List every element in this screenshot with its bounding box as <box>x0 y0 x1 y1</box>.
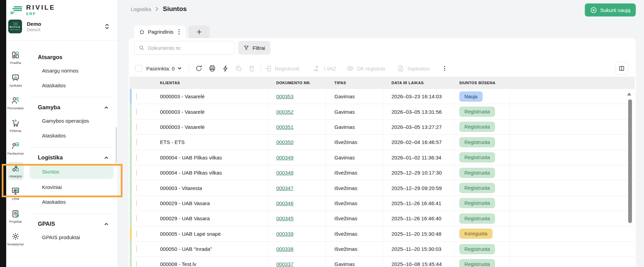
document-link[interactable]: 000347 <box>276 185 293 191</box>
col-klientas[interactable]: KLIENTAS <box>157 81 268 85</box>
table-row[interactable]: 000008 - Test.lv000337Gavimas2025–10–08 … <box>130 257 635 267</box>
row-checkbox[interactable] <box>136 109 137 115</box>
row-checkbox[interactable] <box>136 93 137 100</box>
menu-item-siuntos[interactable]: Siuntos <box>30 164 114 179</box>
select-all-checkbox[interactable] <box>135 65 142 72</box>
table-row[interactable]: 000005 - UAB Lapė snapė000339Išvežimas20… <box>130 226 635 242</box>
chevron-up-icon[interactable] <box>104 105 109 110</box>
menu-item-gpais-produktai[interactable]: GPAIS produktai <box>25 230 118 245</box>
i-vaz-button[interactable]: XMLi.VAZ <box>313 65 336 72</box>
document-link[interactable]: 000337 <box>276 261 293 267</box>
row-checkbox[interactable] <box>136 231 137 237</box>
table-row[interactable]: 000004 - UAB Pilkas vilkas000349Gavimas2… <box>130 150 635 165</box>
rail-item-pardavimai[interactable]: Pardavimai <box>7 139 24 157</box>
filters-button[interactable]: Filtrai <box>238 41 270 55</box>
table-row[interactable]: 000029 - UAB Vasara000345Išvežimas2025–1… <box>130 211 635 226</box>
document-link[interactable]: 000352 <box>276 109 293 115</box>
document-link[interactable]: 000339 <box>276 231 293 237</box>
rail-item-crm[interactable]: CRM <box>7 185 24 203</box>
table-row[interactable]: 000029 - UAB Vasara000346Išvežimas2025–1… <box>130 196 635 211</box>
status-strip <box>130 89 132 104</box>
section-title-gpais[interactable]: GPAIS <box>25 218 118 230</box>
delete-button[interactable] <box>248 65 255 72</box>
document-link[interactable]: 000348 <box>276 170 293 176</box>
svg-text:XML: XML <box>314 69 319 71</box>
quick-action-button[interactable] <box>222 65 229 72</box>
table-row[interactable]: 0000003 - Vasarelė000353Gavimas2026–03–2… <box>130 89 635 104</box>
document-link[interactable]: 000353 <box>276 93 293 99</box>
row-checkbox[interactable] <box>136 124 137 130</box>
row-checkbox[interactable] <box>136 215 137 222</box>
row-checkbox[interactable] <box>136 169 137 176</box>
cell-dokumento-nr: 000338 <box>268 242 326 256</box>
dk-registras-button[interactable]: DK registras <box>346 65 386 72</box>
tab-pagrindinis[interactable]: Pagrindinis <box>134 25 186 38</box>
tab-menu-icon[interactable] <box>176 28 182 35</box>
section-title-atsargos: Atsargos <box>25 51 118 63</box>
document-link[interactable]: 000345 <box>276 215 293 221</box>
workspace-name: Demo <box>27 21 105 27</box>
row-checkbox[interactable] <box>136 261 137 267</box>
add-tab-button[interactable] <box>189 25 210 38</box>
table-row[interactable]: 0000003 - Vasarelė000352Gavimas2026–03–0… <box>130 104 635 119</box>
registruoti-button[interactable]: Registruoti <box>265 65 300 72</box>
rail-item-nustatymai[interactable]: Nustatymai <box>7 230 24 248</box>
cell-data-ir-laikas: 2025–10–08 15:45:44 <box>383 257 455 267</box>
column-settings-button[interactable] <box>615 62 628 75</box>
document-link[interactable]: 000350 <box>276 139 293 145</box>
col-siuntos-busena[interactable]: SIUNTOS BŪSENA <box>455 81 510 85</box>
selection-dropdown-icon[interactable] <box>177 66 182 71</box>
workspace-switch-icon[interactable] <box>105 23 109 30</box>
section-title-logistika[interactable]: Logistika <box>25 152 118 164</box>
row-checkbox[interactable] <box>136 154 137 161</box>
menu-item-ataskaitos[interactable]: Ataskaitos <box>25 194 118 209</box>
cell-siuntos-busena: Koreguota <box>455 226 510 241</box>
shapes-icon <box>11 164 20 173</box>
table-row[interactable]: 000050 - UAB “Inrada”000338Išvežimas2025… <box>130 242 635 257</box>
table-row[interactable]: 0000003 - Vasarelė000351Gavimas2026–03–0… <box>130 120 635 135</box>
table-scrollbar[interactable] <box>628 99 632 223</box>
rail-item-prad-ia[interactable]: Pradžia <box>7 48 24 67</box>
scroll-up-arrow[interactable] <box>627 92 631 96</box>
menu-item-kroviniai[interactable]: Kroviniai <box>25 180 118 194</box>
chevron-up-icon[interactable] <box>104 155 109 160</box>
col-tipas[interactable]: TIPAS <box>326 81 383 85</box>
col-dokumento-nr[interactable]: DOKUMENTO NR. <box>268 81 326 85</box>
table-row[interactable]: 000004 - UAB Pilkas vilkas000348Išvežima… <box>130 165 635 180</box>
copy-button[interactable] <box>235 65 242 72</box>
menu-item-gamybos-operacijos[interactable]: Gamybos operacijos <box>25 113 118 128</box>
dashboard-icon <box>11 51 20 59</box>
table-row[interactable]: 000003 - Vitaresta000347Išvežimas2025–12… <box>130 180 635 196</box>
document-link[interactable]: 000349 <box>276 155 293 160</box>
search-input[interactable] <box>147 45 230 51</box>
row-checkbox[interactable] <box>136 246 137 252</box>
menu-item-atsarg-normos[interactable]: Atsargų normos <box>25 63 118 78</box>
row-checkbox[interactable] <box>136 200 137 207</box>
section-title-gamyba[interactable]: Gamyba <box>25 101 118 113</box>
row-checkbox[interactable] <box>136 185 137 191</box>
document-link[interactable]: 000351 <box>276 124 293 130</box>
status-badge: Registruota <box>459 259 495 267</box>
rail-item-personalas[interactable]: Personalas <box>7 94 24 112</box>
s-skaitos-button[interactable]: Sąskaitos <box>397 65 430 72</box>
menu-item-ataskaitos[interactable]: Ataskaitos <box>25 128 118 143</box>
document-link[interactable]: 000338 <box>276 246 293 252</box>
sidebar-scrollbar[interactable] <box>116 127 117 163</box>
rail-item-pirkimai[interactable]: Pirkimai <box>7 116 24 135</box>
workspace-selector[interactable]: RIVILE ERP demo Demo DemoX <box>8 20 114 33</box>
document-link[interactable]: 000346 <box>276 200 293 206</box>
row-checkbox[interactable] <box>136 139 137 145</box>
breadcrumb-parent[interactable]: Logistika <box>131 6 151 12</box>
workspace-code: DemoX <box>27 27 105 32</box>
rail-item-apskaita[interactable]: Apskaita <box>7 71 24 89</box>
more-actions-icon[interactable] <box>442 65 447 72</box>
table-row[interactable]: ETS - ETS000350Išvežimas2026–02–04 16:46… <box>130 135 635 150</box>
rail-item-atsargos[interactable]: Atsargos <box>7 162 24 180</box>
chevron-up-icon[interactable] <box>104 222 109 226</box>
refresh-button[interactable] <box>195 65 203 72</box>
col-data-ir-laikas[interactable]: DATA IR LAIKAS <box>383 81 455 85</box>
menu-item-ataskaitos[interactable]: Ataskaitos <box>25 78 118 93</box>
print-button[interactable] <box>208 65 216 72</box>
create-new-button[interactable]: Sukurti naują <box>585 3 636 16</box>
rail-item-projektai[interactable]: Projektai <box>7 207 24 225</box>
